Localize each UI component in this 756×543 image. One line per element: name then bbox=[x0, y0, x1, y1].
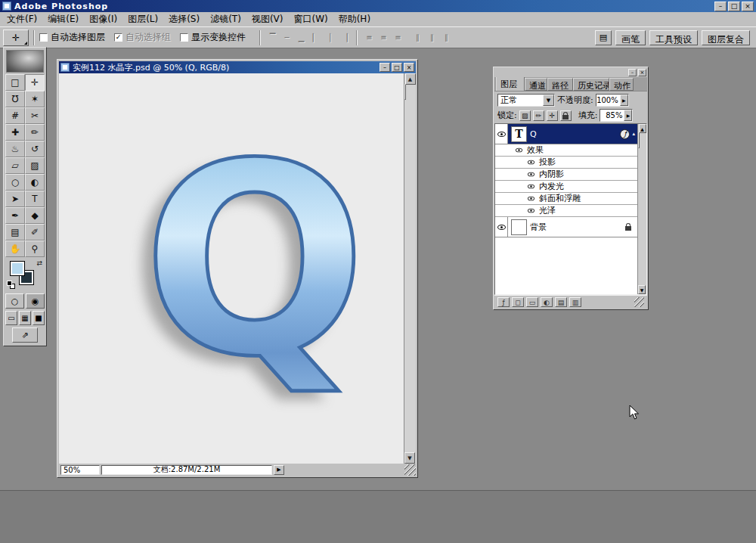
tab-channels[interactable]: 通道 bbox=[525, 78, 547, 91]
tool-history-brush-button[interactable]: ↺ bbox=[25, 141, 45, 157]
lock-position-button[interactable]: ✛ bbox=[547, 110, 558, 121]
eye-icon[interactable] bbox=[528, 185, 534, 189]
tool-zoom-button[interactable]: ⚲ bbox=[25, 240, 45, 257]
auto-select-group-checkbox[interactable]: ✓ bbox=[114, 33, 122, 42]
tool-clone-stamp-button[interactable]: ♨ bbox=[5, 141, 25, 157]
blend-mode-select[interactable]: 正常 ▼ bbox=[497, 94, 555, 107]
visibility-cell[interactable] bbox=[495, 124, 508, 144]
toolbox-branding-image[interactable] bbox=[6, 50, 44, 73]
tab-history[interactable]: 历史记录 bbox=[573, 78, 609, 91]
effect-row-inner-glow[interactable]: 内发光 bbox=[495, 181, 637, 193]
scrollbar-thumb[interactable] bbox=[404, 84, 406, 100]
palette-close-button[interactable]: × bbox=[638, 69, 646, 76]
menu-file[interactable]: 文件(F) bbox=[2, 11, 42, 27]
window-resize-grip[interactable] bbox=[404, 464, 416, 476]
minimize-button[interactable]: – bbox=[714, 2, 727, 11]
tool-notes-button[interactable]: ▤ bbox=[5, 224, 25, 240]
distribute-left-button[interactable]: ∥ bbox=[411, 31, 424, 44]
zoom-level-field[interactable]: 50% bbox=[60, 465, 100, 475]
auto-select-layer-checkbox[interactable]: ✓ bbox=[39, 33, 48, 42]
palette-resize-grip[interactable] bbox=[634, 297, 644, 307]
eye-icon[interactable] bbox=[528, 172, 534, 177]
layer-row-text-q[interactable]: T Q ƒ ▴ bbox=[495, 124, 637, 144]
app-titlebar[interactable]: Adobe Photoshop – □ × bbox=[0, 0, 756, 12]
document-restore-button[interactable]: □ bbox=[392, 63, 402, 72]
align-left-button[interactable]: ▏ bbox=[309, 31, 322, 44]
effects-header-row[interactable]: 效果 bbox=[495, 144, 637, 157]
full-screen-menubar-mode-button[interactable]: ▦ bbox=[19, 311, 31, 325]
tool-lasso-button[interactable]: ℧ bbox=[5, 91, 25, 107]
menu-edit[interactable]: 编辑(E) bbox=[42, 11, 84, 27]
fill-field[interactable]: 85% ▶ bbox=[600, 109, 633, 122]
tool-gradient-button[interactable]: ▨ bbox=[25, 157, 45, 174]
background-layer-thumbnail[interactable] bbox=[511, 219, 527, 235]
foreground-color-swatch[interactable] bbox=[10, 261, 25, 276]
tool-rectangular-marquee-button[interactable]: □ bbox=[5, 74, 25, 91]
full-screen-mode-button[interactable]: ■ bbox=[33, 311, 45, 325]
tool-healing-brush-button[interactable]: ✚ bbox=[5, 124, 25, 141]
eye-icon[interactable] bbox=[528, 160, 534, 165]
layer-name[interactable]: 背景 bbox=[530, 222, 547, 233]
opacity-field[interactable]: 100% ▶ bbox=[596, 94, 629, 107]
palette-tab-layer-comps[interactable]: 图层复合 bbox=[702, 30, 750, 45]
menu-layer[interactable]: 图层(L) bbox=[122, 11, 163, 27]
palette-titlebar[interactable]: – × bbox=[494, 68, 647, 77]
new-layer-button[interactable]: ▤ bbox=[555, 297, 567, 307]
document-close-button[interactable]: × bbox=[404, 63, 414, 72]
distribute-bottom-button[interactable]: ≡ bbox=[392, 31, 404, 44]
layer-row-background[interactable]: 背景 bbox=[495, 217, 637, 237]
tool-eyedropper-button[interactable]: ✐ bbox=[25, 224, 45, 240]
eye-icon[interactable] bbox=[528, 209, 534, 213]
lock-transparent-pixels-button[interactable]: ▨ bbox=[519, 110, 531, 121]
new-adjustment-layer-button[interactable]: ◐ bbox=[541, 297, 553, 307]
scroll-up-icon[interactable]: ▲ bbox=[405, 73, 416, 85]
opacity-slider-icon[interactable]: ▶ bbox=[620, 95, 628, 106]
effect-row-drop-shadow[interactable]: 投影 bbox=[495, 157, 637, 169]
add-layer-mask-button[interactable]: ◻ bbox=[512, 297, 524, 307]
new-group-button[interactable]: ▭ bbox=[526, 297, 538, 307]
default-colors-icon[interactable] bbox=[7, 281, 16, 290]
menu-select[interactable]: 选择(S) bbox=[163, 11, 205, 27]
fill-slider-icon[interactable]: ▶ bbox=[624, 110, 632, 121]
distribute-right-button[interactable]: ∥ bbox=[440, 31, 453, 44]
tab-paths[interactable]: 路径 bbox=[547, 78, 573, 91]
distribute-horizontal-center-button[interactable]: ∥ bbox=[426, 31, 438, 44]
tab-actions[interactable]: 动作 bbox=[609, 78, 634, 91]
tool-eraser-button[interactable]: ▱ bbox=[5, 157, 25, 174]
standard-screen-mode-button[interactable]: ▭ bbox=[5, 311, 17, 325]
effect-row-inner-shadow[interactable]: 内阴影 bbox=[495, 169, 637, 181]
distribute-vertical-center-button[interactable]: ≡ bbox=[377, 31, 390, 44]
add-layer-style-button[interactable]: ƒ bbox=[497, 297, 510, 307]
eye-icon[interactable] bbox=[528, 197, 534, 201]
tool-path-selection-button[interactable]: ➤ bbox=[5, 191, 25, 207]
scroll-up-icon[interactable]: ▲ bbox=[639, 124, 646, 133]
vertical-scrollbar[interactable]: ▲ ▼ bbox=[404, 73, 416, 464]
lock-all-button[interactable] bbox=[560, 110, 572, 121]
tool-brush-button[interactable]: ✏ bbox=[25, 124, 45, 141]
document-titlebar[interactable]: 实例112 水晶字.psd @ 50% (Q, RGB/8) – □ × bbox=[59, 61, 416, 73]
delete-layer-button[interactable]: ▥ bbox=[569, 297, 581, 307]
chevron-down-icon[interactable]: ▼ bbox=[543, 95, 554, 106]
lock-image-pixels-button[interactable]: ✏ bbox=[533, 110, 544, 121]
tab-layers[interactable]: 图层 bbox=[496, 77, 525, 91]
document-canvas[interactable]: Q Q bbox=[59, 73, 404, 464]
tool-slice-button[interactable]: ✂ bbox=[25, 107, 45, 124]
effect-row-bevel-emboss[interactable]: 斜面和浮雕 bbox=[495, 193, 637, 205]
align-bottom-button[interactable]: ▁ bbox=[295, 31, 308, 44]
scrollbar-thumb[interactable] bbox=[638, 132, 640, 148]
align-horizontal-center-button[interactable]: │ bbox=[324, 31, 336, 44]
layer-style-badge[interactable]: ƒ bbox=[620, 129, 630, 139]
distribute-top-button[interactable]: ≡ bbox=[363, 31, 376, 44]
quick-mask-mode-button[interactable]: ◉ bbox=[26, 293, 45, 309]
tool-magic-wand-button[interactable]: ✶ bbox=[25, 91, 45, 107]
menu-window[interactable]: 窗口(W) bbox=[288, 11, 333, 27]
tool-blur-button[interactable]: ○ bbox=[5, 174, 25, 191]
menu-filter[interactable]: 滤镜(T) bbox=[205, 11, 246, 27]
layers-scrollbar[interactable]: ▲ ▼ bbox=[637, 124, 646, 294]
palette-collapse-button[interactable]: – bbox=[628, 69, 637, 76]
palette-tab-brushes[interactable]: 画笔 bbox=[615, 30, 646, 45]
status-popup-button[interactable]: ▶ bbox=[274, 465, 284, 475]
layer-name[interactable]: Q bbox=[530, 129, 537, 139]
tool-hand-button[interactable]: ✋ bbox=[5, 240, 25, 257]
close-button[interactable]: × bbox=[742, 2, 754, 11]
